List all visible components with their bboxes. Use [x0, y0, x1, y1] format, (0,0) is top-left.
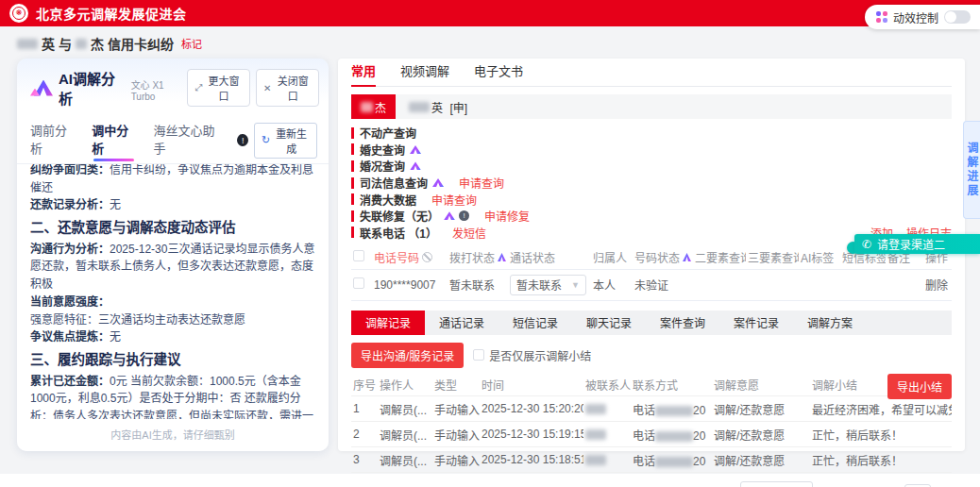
close-window-button[interactable]: ✕关闭窗口 — [256, 69, 319, 107]
ai-text-line: 当前意愿强度： — [30, 294, 315, 311]
motion-toggle[interactable] — [944, 10, 971, 24]
info-icon[interactable]: ! — [237, 134, 248, 146]
party-tab-respondent[interactable]: 杰 — [351, 94, 396, 119]
close-icon: ✕ — [263, 83, 271, 93]
record-tab-3[interactable]: 短信记录 — [498, 311, 572, 335]
record-col-header: 被联系人 — [583, 374, 631, 396]
record-no: 3 — [351, 447, 378, 473]
record-tab-6[interactable]: 案件记录 — [719, 311, 793, 335]
query-row-3: 婚况查询 — [351, 158, 952, 175]
select-all-checkbox[interactable] — [353, 250, 364, 261]
ai-line-label: 累计已还金额： — [30, 375, 110, 388]
record-type: 手动输入 — [432, 447, 480, 473]
empty-cell — [693, 269, 746, 300]
redacted-text — [585, 429, 606, 440]
ai-tab-3[interactable]: 海丝文心助手 — [153, 117, 220, 163]
refresh-icon: ↻ — [262, 134, 270, 146]
query-action-link[interactable]: 发短信 — [452, 225, 486, 241]
record-tab-4[interactable]: 聊天记录 — [572, 311, 646, 335]
workspace-tab-1[interactable]: 常用 — [351, 61, 376, 86]
query-action-link[interactable]: 申请查询 — [459, 175, 504, 191]
goto-page-input[interactable] — [904, 484, 931, 487]
delete-phone-link[interactable]: 删除 — [923, 269, 952, 300]
respondent-name-suffix: 杰 — [91, 34, 104, 53]
record-contact — [583, 396, 631, 422]
info-icon[interactable]: ! — [459, 210, 469, 221]
record-col-header: 操作人 — [378, 374, 432, 396]
record-no: 1 — [351, 396, 378, 422]
record-operator: 调解员(... — [378, 396, 432, 422]
red-bar-icon — [351, 127, 354, 139]
query-label: 司法信息查询 — [360, 175, 428, 191]
export-summary-button[interactable]: 导出小结 — [887, 374, 952, 399]
record-row[interactable]: 2调解员(...手动输入2025-12-30 15:19:15电话20调解/还款… — [351, 422, 952, 447]
talk-status-select[interactable]: 暂未联系▼ — [510, 275, 586, 295]
phone-col-header: 通话状态 — [508, 245, 591, 269]
summary-only-checkbox[interactable] — [473, 349, 484, 361]
regenerate-button[interactable]: ↻重新生成 — [254, 123, 317, 159]
mark-link[interactable]: 标记 — [181, 36, 202, 51]
red-bar-icon — [351, 143, 354, 155]
ai-analysis-content[interactable]: 纠纷争面归类：信用卡纠纷，争议焦点为逾期本金及利息催还还款记录分析：无二、还款意… — [17, 164, 329, 419]
ai-panel-header: AI调解分析 文心 X1 Turbo ⤢更大窗口 ✕关闭窗口 — [17, 59, 329, 115]
redacted-text — [585, 404, 606, 414]
ai-section-heading: 二、还款意愿与调解态度动态评估 — [30, 217, 315, 239]
red-bar-icon — [351, 177, 354, 189]
summary-only-filter[interactable]: 是否仅展示调解小结 — [473, 347, 591, 363]
red-bar-icon — [351, 210, 354, 222]
redacted-name — [361, 102, 373, 112]
ai-model-name: 文心 X1 Turbo — [131, 77, 188, 102]
eye-off-icon[interactable] — [422, 252, 432, 262]
row-checkbox[interactable] — [353, 277, 364, 289]
ai-line-label: 还款记录分析： — [30, 198, 110, 211]
record-col-header: 时间 — [480, 374, 583, 396]
ai-badge-icon — [444, 211, 455, 220]
record-table: 序号操作人类型时间被联系人联系方式调解意愿调解小结 1调解员(...手动输入20… — [351, 374, 952, 474]
record-contact-method: 电话20 — [631, 422, 712, 447]
record-col-header: 调解意愿 — [712, 374, 810, 396]
phone-number-cell: 190****9007 — [372, 269, 448, 300]
workspace-tab-2[interactable]: 视频调解 — [400, 61, 449, 86]
ai-tabs: 调前分析调中分析海丝文心助手 ! ↻重新生成 — [17, 115, 329, 164]
phone-col-header: 二要素查询 — [693, 245, 746, 269]
ai-tab-1[interactable]: 调前分析 — [30, 117, 75, 163]
record-col-header: 联系方式 — [631, 374, 712, 396]
query-list: 不动产查询婚史查询婚况查询司法信息查询申请查询消费大数据申请查询失联修复（无）!… — [351, 119, 952, 241]
empty-cell — [746, 269, 799, 300]
record-tab-1[interactable]: 调解记录 — [351, 311, 425, 335]
record-contact — [583, 447, 631, 473]
record-tab-7[interactable]: 调解方案 — [793, 311, 867, 335]
record-time: 2025-12-30 15:18:51 — [480, 447, 583, 473]
query-action-link[interactable]: 申请查询 — [431, 192, 477, 208]
phone-col-header: 号码状态 — [633, 245, 693, 269]
party-tab-applicant[interactable]: 英 [申] — [409, 99, 467, 115]
record-col-header: 序号 — [351, 374, 378, 396]
number-status-cell: 未验证 — [633, 269, 693, 300]
motion-dots-icon — [876, 11, 887, 23]
ai-panel-title: AI调解分析 — [59, 68, 126, 108]
phone-icon: ✆ — [862, 238, 871, 251]
page-size-select[interactable]: 10条/页▼ — [740, 481, 814, 487]
motion-control[interactable]: 动效控制 — [865, 5, 980, 29]
phone-col-header: 电话号码 — [372, 245, 448, 269]
ai-tab-2[interactable]: 调中分析 — [92, 117, 136, 163]
ai-analysis-panel: AI调解分析 文心 X1 Turbo ⤢更大窗口 ✕关闭窗口 调前分析调中分析海… — [17, 59, 329, 451]
record-row[interactable]: 3调解员(...手动输入2025-12-30 15:18:51电话20调解/还款… — [351, 447, 952, 473]
mediation-progress-tab[interactable]: 调解进展 — [963, 121, 980, 219]
record-willingness: 调解/还款意愿 — [712, 422, 810, 447]
record-row[interactable]: 1调解员(...手动输入2025-12-30 15:20:20电话20调解/还款… — [351, 396, 952, 422]
red-bar-icon — [351, 160, 354, 172]
ai-badge-icon — [683, 253, 691, 261]
record-contact-method: 电话20 — [631, 447, 712, 473]
call-channel-widget[interactable]: ✆ 请登录渠道二 — [854, 234, 980, 254]
workspace-tabs: 常用视频调解电子文书 — [351, 59, 952, 87]
query-action-link[interactable]: 申请修复 — [484, 208, 530, 224]
workspace-tab-3[interactable]: 电子文书 — [474, 61, 523, 86]
export-communication-button[interactable]: 导出沟通/服务记录 — [351, 343, 464, 368]
expand-icon: ⤢ — [194, 82, 202, 93]
ai-badge-icon — [410, 161, 421, 170]
record-tab-5[interactable]: 案件查询 — [646, 311, 719, 335]
record-tab-2[interactable]: 通话记录 — [425, 311, 498, 335]
enlarge-window-button[interactable]: ⤢更大窗口 — [187, 69, 250, 107]
query-label: 消费大数据 — [360, 192, 416, 208]
